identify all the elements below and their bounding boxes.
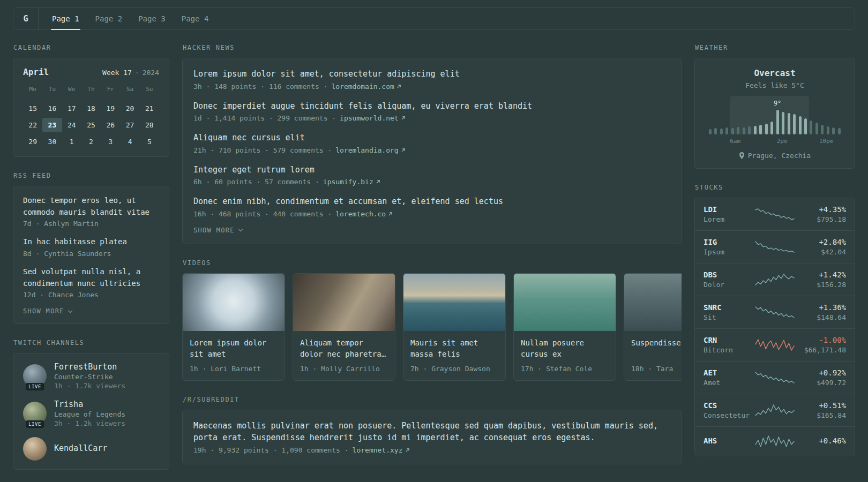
twitch-channel-row[interactable]: KendallCarr <box>23 437 159 461</box>
stock-row[interactable]: IIG Ipsum +2.84% $42.04 <box>695 230 855 263</box>
feed-item-domain-link[interactable]: loremtech.co <box>335 210 393 218</box>
twitch-widget: TWITCH CHANNELS LIVE ForrestBurton Count… <box>13 339 169 470</box>
stock-sparkline <box>754 239 795 254</box>
stock-name: Bitcorn <box>704 346 750 354</box>
rss-show-more-button[interactable]: SHOW MORE <box>23 307 72 315</box>
weather-bar <box>838 128 841 134</box>
external-link-icon <box>401 148 406 153</box>
hacker-news-list: Lorem ipsum dolor sit amet, consectetur … <box>193 68 670 218</box>
weather-location-row: Prague, Czechia <box>705 152 845 160</box>
feed-item-title[interactable]: Lorem ipsum dolor sit amet, consectetur … <box>193 68 670 80</box>
feed-item-domain-link[interactable]: loremlandia.org <box>335 146 405 154</box>
stock-name: Dolor <box>704 281 750 289</box>
feed-item-title[interactable]: Maecenas mollis pulvinar erat non posuer… <box>193 420 670 444</box>
stock-symbol: LDI <box>704 205 750 214</box>
stocks-widget: STOCKS LDI Lorem +4.35% $795.18 IIG Ipsu… <box>694 184 855 456</box>
stock-row[interactable]: DBS Dolor +1.42% $156.28 <box>695 263 855 296</box>
calendar-day: 1 <box>62 134 81 149</box>
calendar-day: 25 <box>81 118 101 132</box>
feed-item-domain-link[interactable]: loremnet.xyz <box>353 446 410 454</box>
rss-show-more-label: SHOW MORE <box>23 307 64 315</box>
feed-item-stats: 19h · 9,932 points · 1,090 comments · <box>193 446 349 454</box>
rss-item-title[interactable]: In hac habitasse platea <box>23 236 159 248</box>
video-card[interactable]: Suspendisse diam 18h · Tara <box>624 273 682 381</box>
hacker-news-card: Lorem ipsum dolor sit amet, consectetur … <box>182 58 682 244</box>
videos-widget-title: VIDEOS <box>183 259 682 267</box>
calendar-dow-label: Tu <box>42 84 62 95</box>
nav-tab[interactable]: Page 3 <box>130 8 174 29</box>
feed-item-title[interactable]: Integer eget rutrum lorem <box>193 164 670 176</box>
video-thumbnail <box>403 274 505 331</box>
stock-numbers: +1.42% $156.28 <box>799 270 846 289</box>
weather-widget-title: WEATHER <box>695 44 855 51</box>
stock-row[interactable]: AHS +0.46% <box>695 426 855 456</box>
rss-item-title[interactable]: Donec tempor eros leo, ut commodo mauris… <box>23 195 159 218</box>
feed-item-meta: 19h · 9,932 points · 1,090 comments · lo… <box>193 446 670 454</box>
weather-temp-label: 9° <box>774 100 781 107</box>
hn-show-more-label: SHOW MORE <box>193 227 235 234</box>
stock-sparkline <box>754 434 795 449</box>
stock-row[interactable]: AET Amet +0.92% $499.72 <box>695 361 855 394</box>
weather-bar <box>782 112 784 134</box>
feed-item-domain-link[interactable]: ipsumify.biz <box>323 178 380 186</box>
twitch-widget-title: TWITCH CHANNELS <box>13 339 169 347</box>
chevron-down-icon <box>68 308 72 313</box>
right-column: WEATHER Overcast Feels like 5°C 9° <box>694 44 855 456</box>
map-pin-icon <box>739 152 745 159</box>
stock-name: Amet <box>704 379 750 387</box>
video-card[interactable]: Lorem ipsum dolor sit amet consectetu… 1… <box>182 273 285 381</box>
nav-tab[interactable]: Page 2 <box>87 8 131 29</box>
feed-item-meta: 16h · 468 points · 440 comments · loremt… <box>193 210 670 218</box>
feed-item-meta: 21h · 710 points · 579 comments · loreml… <box>193 146 670 154</box>
rss-item-meta: 7d · Ashlyn Martin <box>23 220 159 228</box>
stock-identifiers: IIG Ipsum <box>704 238 750 256</box>
feed-item-title[interactable]: Donec enim nibh, condimentum et accumsan… <box>193 195 670 208</box>
video-card-body: Suspendisse diam 18h · Tara <box>624 331 682 380</box>
nav-tab[interactable]: Page 1 <box>44 8 87 29</box>
stock-row[interactable]: LDI Lorem +4.35% $795.18 <box>695 198 855 230</box>
stock-change: +2.84% <box>799 238 846 246</box>
feed-item-domain-link[interactable]: loremdomain.com <box>331 82 401 91</box>
hn-show-more-button[interactable]: SHOW MORE <box>193 227 242 234</box>
stock-row[interactable]: CCS Consectetur +0.51% $165.84 <box>695 394 855 426</box>
subreddit-card: Maecenas mollis pulvinar erat non posuer… <box>182 410 682 464</box>
stock-row[interactable]: CRN Bitcorn -1.00% $66,171.48 <box>695 328 855 361</box>
video-title: Suspendisse diam <box>631 337 682 360</box>
twitch-channel-row[interactable]: LIVE Trisha League of Legends 3h · 1.2k … <box>23 400 159 427</box>
rss-item-title[interactable]: Sed volutpat nulla nisl, a condimentum n… <box>23 266 159 289</box>
video-card[interactable]: Aliquam tempor dolor nec pharetra… 1h · … <box>293 273 395 381</box>
twitch-channel-row[interactable]: LIVE ForrestBurton Counter-Strike 1h · 1… <box>23 362 159 390</box>
stock-numbers: +0.92% $499.72 <box>799 368 846 387</box>
feed-item-domain: loremnet.xyz <box>353 446 403 454</box>
calendar-day: 22 <box>23 118 42 132</box>
video-card-body: Nullam posuere cursus ex 17h · Stefan Co… <box>514 331 616 380</box>
calendar-day: 15 <box>23 101 42 116</box>
calendar-day: 16 <box>42 101 62 116</box>
video-card[interactable]: Mauris sit amet massa felis 7h · Grayson… <box>403 273 506 381</box>
video-title: Aliquam tempor dolor nec pharetra… <box>300 337 388 360</box>
stock-price: $165.84 <box>799 411 846 419</box>
feed-item: Donec imperdiet augue tincidunt felis al… <box>193 100 670 123</box>
feed-item-title[interactable]: Donec imperdiet augue tincidunt felis al… <box>193 100 670 112</box>
video-thumbnail <box>514 274 616 331</box>
weather-bar <box>815 123 818 134</box>
feed-item-title[interactable]: Aliquam nec cursus elit <box>193 132 670 144</box>
nav-tab-label: Page 4 <box>182 14 209 23</box>
nav-tab[interactable]: Page 4 <box>174 8 217 29</box>
weather-bar <box>759 125 762 134</box>
feed-item-stats: 16h · 468 points · 440 comments · <box>193 210 332 218</box>
weather-hourly-chart: 9° 6am2pm10pm <box>709 96 841 145</box>
calendar-day: 2 <box>81 134 101 149</box>
stock-row[interactable]: SNRC Sit +1.36% $148.64 <box>695 296 855 328</box>
stock-change: +0.46% <box>799 436 846 445</box>
stock-numbers: +2.84% $42.04 <box>799 238 846 256</box>
weather-bar <box>737 127 739 134</box>
video-card[interactable]: Nullam posuere cursus ex 17h · Stefan Co… <box>513 273 616 381</box>
feed-item-domain-link[interactable]: ipsumworld.net <box>340 114 406 122</box>
live-badge: LIVE <box>26 383 44 390</box>
feed-item: Integer eget rutrum lorem 6h · 60 points… <box>193 164 670 186</box>
app-logo[interactable]: G <box>13 8 39 29</box>
calendar-day: 23 <box>42 118 62 132</box>
twitch-card: LIVE ForrestBurton Counter-Strike 1h · 1… <box>13 353 169 470</box>
feed-item: Lorem ipsum dolor sit amet, consectetur … <box>193 68 670 91</box>
